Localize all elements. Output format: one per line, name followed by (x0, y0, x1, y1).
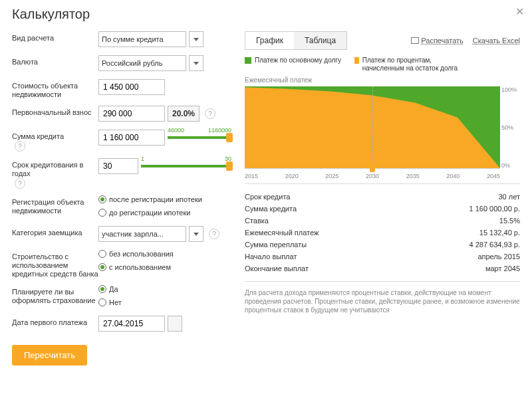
disclaimer-text: Для расчета дохода применяются процентны… (245, 288, 520, 314)
radio-bank-funds-yes[interactable]: с использованием (98, 263, 171, 271)
radio-icon (98, 285, 106, 293)
label-currency: Валюта (12, 55, 98, 66)
chart-marker-thumb[interactable] (370, 164, 375, 172)
help-icon[interactable]: ? (209, 229, 219, 239)
input-property-cost[interactable] (98, 79, 165, 95)
chevron-down-icon[interactable] (189, 55, 203, 71)
label-bank-funds: Строительство с использованием кредитных… (12, 250, 98, 278)
chart-title: Ежемесячный платеж (245, 76, 520, 84)
summary-row: Срок кредита30 лет (245, 191, 520, 203)
select-currency[interactable]: Российский рубль (98, 55, 186, 71)
down-payment-pct: 20.0% (168, 106, 200, 122)
radio-icon (98, 209, 106, 217)
radio-icon (98, 195, 106, 203)
summary-table: Срок кредита30 летСумма кредита1 160 000… (245, 183, 520, 282)
form-panel: Вид расчета По сумме кредита Валюта Росс… (12, 31, 231, 366)
slider-min: 1 (141, 156, 144, 162)
label-loan-sum: Сумма кредита ? (12, 130, 98, 152)
print-icon (411, 37, 419, 44)
summary-row: Сумма переплаты4 287 634,93 р. (245, 239, 520, 251)
input-term[interactable] (98, 158, 138, 174)
chevron-down-icon[interactable] (189, 226, 203, 242)
chevron-down-icon[interactable] (189, 31, 203, 47)
legend-swatch-interest (354, 57, 359, 64)
page-title: Калькулятор (12, 7, 520, 22)
radio-insurance-yes[interactable]: Да (98, 285, 118, 293)
slider-min: 46000 (168, 127, 184, 134)
chart-legend: Платеж по основному долгу Платеж по проц… (245, 56, 520, 72)
slider-thumb[interactable] (226, 161, 233, 171)
calendar-icon[interactable] (168, 316, 182, 332)
payment-chart: 100% 50% 0% 2015 2020 2025 2030 2035 204… (245, 86, 520, 179)
label-borrower-cat: Категория заемщика (12, 226, 98, 237)
radio-icon (98, 263, 106, 271)
tabs: График Таблица (245, 31, 347, 50)
summary-row: Сумма кредита1 160 000,00 р. (245, 203, 520, 215)
help-icon[interactable]: ? (15, 178, 25, 189)
close-icon[interactable]: ✕ (515, 5, 524, 18)
radio-icon (98, 250, 106, 258)
label-insurance: Планируете ли вы оформлять страхование (12, 285, 98, 305)
print-link[interactable]: Распечатать (411, 37, 463, 45)
help-icon[interactable]: ? (205, 108, 215, 119)
input-loan-sum[interactable] (98, 130, 165, 146)
radio-icon (98, 298, 106, 306)
slider-term[interactable]: 1 30 (141, 158, 231, 174)
slider-loan-sum[interactable]: 46000 1160000 (168, 130, 231, 146)
select-borrower-cat[interactable]: участник зарпла... (98, 226, 186, 242)
label-calc-type: Вид расчета (12, 31, 98, 43)
help-icon[interactable]: ? (15, 141, 25, 152)
tab-chart[interactable]: График (245, 32, 294, 49)
input-first-payment[interactable] (98, 316, 165, 332)
summary-row: Окончание выплатмарт 2045 (245, 262, 520, 274)
label-registration: Регистрация объекта недвижимости (12, 195, 98, 215)
summary-row: Ставка15.5% (245, 215, 520, 227)
radio-insurance-no[interactable]: Нет (98, 298, 122, 306)
label-property-cost: Стоимость объекта недвижимости (12, 79, 98, 99)
slider-thumb[interactable] (226, 133, 233, 142)
chart-marker-line (372, 86, 373, 168)
summary-row: Начало выплатапрель 2015 (245, 251, 520, 262)
tab-table[interactable]: Таблица (294, 32, 346, 49)
summary-row: Ежемесячный платеж15 132,40 р. (245, 227, 520, 239)
radio-registration-after[interactable]: после регистрации ипотеки (98, 195, 202, 203)
select-calc-type[interactable]: По сумме кредита (98, 31, 186, 47)
radio-bank-funds-no[interactable]: без использования (98, 250, 174, 258)
legend-swatch-principal (245, 57, 251, 64)
chart-yticks: 100% 50% 0% (501, 86, 520, 169)
input-down-payment[interactable] (98, 106, 165, 122)
label-down-payment: Первоначальный взнос (12, 106, 98, 117)
excel-link[interactable]: Скачать Excel (473, 37, 520, 45)
radio-registration-before[interactable]: до регистрации ипотеки (98, 209, 190, 217)
label-first-payment: Дата первого платежа (12, 316, 98, 327)
chart-xticks: 2015 2020 2025 2030 2035 2040 2045 (245, 173, 500, 179)
recalculate-button[interactable]: Пересчитать (12, 345, 87, 366)
results-panel: График Таблица Распечатать Скачать Excel… (245, 31, 520, 366)
label-term: Срок кредитования в годах ? (12, 158, 98, 189)
